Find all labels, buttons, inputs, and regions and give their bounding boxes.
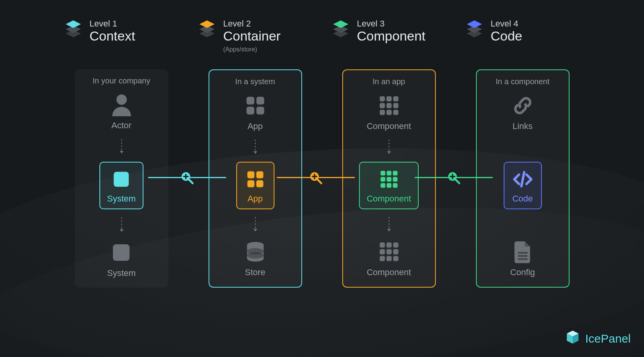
level-4-name: Code <box>491 28 522 44</box>
square-icon <box>110 168 133 191</box>
app-item: App <box>243 93 268 131</box>
level-1-header: Level 1 Context <box>63 19 180 53</box>
links-label: Links <box>513 121 533 131</box>
config-label: Config <box>510 267 535 277</box>
layers-icon <box>331 19 351 39</box>
component-item: Component <box>367 93 411 131</box>
component-focus-label: Component <box>367 194 411 204</box>
arrow-down-icon <box>255 217 256 231</box>
column-component-title: In an app <box>373 77 405 86</box>
arrow-down-icon <box>389 217 389 231</box>
app-grid-icon <box>243 93 268 118</box>
arrow-down-icon <box>121 217 122 232</box>
actor-item: Actor <box>109 92 134 131</box>
level-4-label: Level 4 <box>491 19 522 28</box>
actor-label: Actor <box>111 120 131 131</box>
column-code: In a component Links Code Config <box>476 69 570 288</box>
arrow-down-icon <box>121 139 122 153</box>
level-3-header: Level 3 Component <box>331 19 448 53</box>
link-icon <box>510 93 535 118</box>
column-container-title: In a system <box>235 77 275 86</box>
zoom-in-icon <box>308 170 323 185</box>
code-icon <box>511 168 534 191</box>
system-label: System <box>107 268 136 278</box>
level-2-label: Level 2 <box>223 19 281 28</box>
cube-icon <box>565 329 580 348</box>
code-focus-item: Code <box>504 162 542 209</box>
level-2-header: Level 2 Container (Apps/store) <box>197 19 314 53</box>
level-1-name: Context <box>90 28 135 44</box>
brand-name: IcePanel <box>585 332 631 345</box>
app-grid-icon <box>244 168 267 191</box>
code-focus-label: Code <box>512 194 533 204</box>
person-icon <box>109 92 134 117</box>
column-container: In a system App App Store <box>209 69 302 288</box>
square-icon <box>109 240 134 265</box>
component-label: Component <box>367 121 411 131</box>
arrow-down-icon <box>389 140 389 154</box>
component-item: Component <box>367 239 411 277</box>
app-label: App <box>248 121 263 131</box>
layers-icon <box>63 19 83 39</box>
system-item: System <box>107 240 136 278</box>
system-focus-item: System <box>99 162 143 209</box>
arrow-down-icon <box>255 140 256 154</box>
component-label: Component <box>367 267 411 277</box>
database-icon <box>243 239 268 264</box>
app-focus-item: App <box>236 162 274 209</box>
system-focus-label: System <box>107 194 136 204</box>
column-code-title: In a component <box>496 77 550 86</box>
store-label: Store <box>245 267 265 277</box>
component-focus-item: Component <box>359 162 419 209</box>
level-1-label: Level 1 <box>90 19 135 28</box>
level-2-sub: (Apps/store) <box>223 46 281 53</box>
links-item: Links <box>510 93 535 131</box>
layers-icon <box>197 19 217 39</box>
zoom-in-icon <box>180 170 195 185</box>
column-context: In your company Actor System System <box>75 69 168 288</box>
brand-logo: IcePanel <box>565 329 631 348</box>
config-item: Config <box>510 239 535 277</box>
file-icon <box>510 239 535 264</box>
zoom-in-icon <box>446 170 461 185</box>
level-2-name: Container <box>223 28 281 44</box>
store-item: Store <box>243 239 268 277</box>
component-grid-icon <box>378 168 400 191</box>
layers-icon <box>464 19 485 39</box>
level-4-header: Level 4 Code <box>464 19 581 53</box>
level-3-name: Component <box>357 28 426 44</box>
component-grid-icon <box>377 93 402 118</box>
level-3-label: Level 3 <box>357 19 426 28</box>
component-grid-icon <box>377 239 402 264</box>
column-component: In an app Component Component Component <box>342 69 436 288</box>
level-headers: Level 1 Context Level 2 Container (Apps/… <box>0 19 644 53</box>
app-focus-label: App <box>248 194 263 204</box>
column-context-title: In your company <box>93 76 150 85</box>
